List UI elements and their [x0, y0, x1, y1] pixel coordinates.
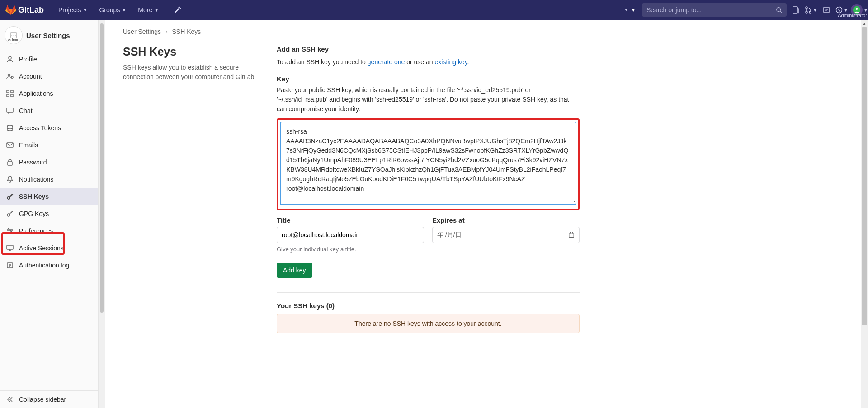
brand-text: GitLab [18, 5, 44, 15]
svg-rect-30 [569, 233, 574, 238]
svg-point-14 [11, 76, 13, 78]
svg-rect-18 [11, 94, 13, 97]
breadcrumb-parent[interactable]: User Settings [123, 28, 161, 35]
svg-rect-21 [7, 143, 13, 147]
sidebar-item-applications[interactable]: Applications [0, 85, 98, 102]
sidebar-item-label: Authentication log [19, 262, 69, 269]
sidebar-item-label: Access Tokens [19, 124, 61, 131]
sidebar-item-password[interactable]: Password [0, 154, 98, 171]
scrollbar-thumb[interactable] [100, 23, 104, 313]
svg-point-13 [8, 74, 10, 76]
sidebar-item-label: Notifications [19, 176, 53, 183]
list-icon [6, 262, 14, 269]
sidebar-avatar-alt: Admin [8, 38, 19, 42]
sidebar-item-label: Emails [19, 141, 38, 149]
title-input[interactable] [277, 227, 424, 243]
sidebar-item-chat[interactable]: Chat [0, 102, 98, 119]
nav-groups[interactable]: Groups ▼ [94, 4, 131, 16]
nav-projects[interactable]: Projects ▼ [54, 4, 92, 16]
search-icon [776, 7, 782, 13]
generate-link[interactable]: generate one [368, 58, 405, 66]
svg-rect-22 [8, 162, 12, 165]
user-label: Administrator [838, 13, 867, 18]
nav-more[interactable]: More ▼ [133, 4, 163, 16]
svg-rect-15 [7, 90, 9, 93]
merge-requests-shortcut[interactable]: ▼ [805, 6, 817, 14]
sidebar-scrollbar[interactable] [99, 20, 105, 408]
search-input[interactable] [646, 6, 772, 14]
todo-icon [823, 6, 830, 14]
svg-point-27 [9, 232, 10, 234]
account-icon [6, 73, 14, 80]
scroll-up-icon[interactable]: ▲ [861, 20, 868, 27]
sidebar-item-active-sessions[interactable]: Active Sessions [0, 239, 98, 257]
admin-wrench-button[interactable] [170, 4, 186, 16]
wrench-icon [174, 6, 181, 14]
title-help: Give your individual key a title. [277, 246, 424, 253]
sidebar-item-label: Profile [19, 56, 37, 63]
svg-point-10 [856, 8, 858, 10]
add-key-intro: To add an SSH key you need to generate o… [277, 57, 580, 67]
issues-shortcut[interactable] [789, 6, 802, 14]
create-new-dropdown[interactable]: ▼ [619, 5, 639, 15]
nav-groups-label: Groups [99, 6, 120, 14]
expires-label: Expires at [432, 216, 580, 224]
svg-rect-2 [793, 7, 797, 13]
page-header: SSH Keys SSH keys allow you to establish… [123, 45, 259, 333]
sidebar-item-notifications[interactable]: Notifications [0, 171, 98, 188]
svg-point-20 [7, 125, 13, 127]
search-box[interactable] [642, 3, 787, 17]
existing-key-link[interactable]: existing key [435, 58, 467, 66]
sidebar-item-label: Applications [19, 90, 53, 97]
user-icon [6, 56, 14, 63]
gitlab-icon [5, 5, 16, 15]
sidebar-header: Admin User Settings [0, 20, 98, 51]
todos-shortcut[interactable] [820, 6, 833, 14]
sidebar-avatar: Admin [5, 26, 23, 44]
svg-rect-28 [7, 245, 13, 249]
sidebar-item-gpg-keys[interactable]: GPG Keys [0, 205, 98, 222]
svg-point-1 [777, 8, 781, 12]
key-icon [6, 210, 14, 217]
add-key-button[interactable]: Add key [277, 263, 312, 278]
svg-text:?: ? [838, 8, 840, 13]
expires-input[interactable]: 年 /月/日 [432, 227, 580, 243]
intro-text: To add an SSH key you need to [277, 58, 368, 66]
sliders-icon [6, 227, 14, 234]
form-column: Add an SSH key To add an SSH key you nee… [277, 45, 580, 333]
sidebar-title: User Settings [26, 32, 70, 39]
bell-icon [6, 176, 14, 183]
sidebar-item-auth-log[interactable]: Authentication log [0, 257, 98, 274]
chevron-down-icon: ▼ [631, 8, 636, 13]
sidebar: Admin User Settings Profile Account Appl… [0, 20, 99, 408]
sidebar-item-profile[interactable]: Profile [0, 51, 98, 68]
svg-point-5 [809, 11, 811, 13]
add-key-heading: Add an SSH key [277, 45, 580, 53]
sidebar-item-preferences[interactable]: Preferences [0, 222, 98, 239]
sidebar-item-label: Password [19, 159, 47, 166]
sidebar-item-emails[interactable]: Emails [0, 136, 98, 154]
merge-request-icon [805, 6, 812, 14]
mail-icon [6, 141, 14, 149]
scrollbar-thumb[interactable] [862, 27, 867, 325]
chat-icon [6, 107, 14, 114]
sidebar-item-label: Preferences [19, 227, 53, 234]
lock-icon [6, 159, 14, 166]
date-placeholder: 年 /月/日 [437, 231, 462, 239]
sidebar-item-label: Account [19, 73, 42, 80]
page-scrollbar[interactable]: ▲ [861, 20, 868, 408]
intro-text: . [467, 58, 469, 66]
empty-keys-alert: There are no SSH keys with access to you… [277, 314, 580, 333]
ssh-key-textarea[interactable] [280, 122, 576, 205]
gitlab-logo[interactable]: GitLab [5, 5, 44, 15]
svg-point-4 [806, 11, 807, 13]
sidebar-item-label: Chat [19, 107, 33, 114]
collapse-sidebar-button[interactable]: Collapse sidebar [0, 390, 98, 408]
nav-more-label: More [138, 6, 152, 14]
page-title: SSH Keys [123, 45, 259, 58]
sidebar-item-ssh-keys[interactable]: SSH Keys [0, 188, 98, 205]
sidebar-item-account[interactable]: Account [0, 68, 98, 85]
sidebar-item-access-tokens[interactable]: Access Tokens [0, 119, 98, 136]
issues-icon [792, 6, 799, 14]
key-help-text: Paste your public SSH key, which is usua… [277, 85, 580, 114]
